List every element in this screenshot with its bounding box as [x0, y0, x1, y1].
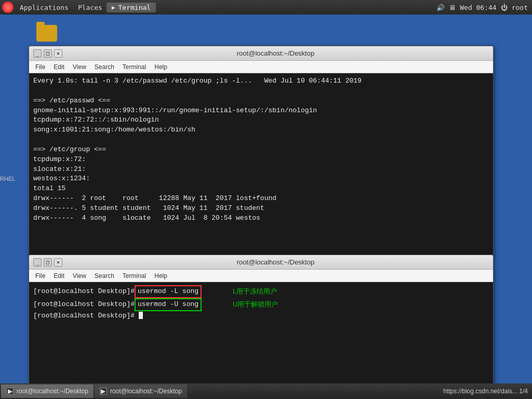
- taskbar-item-2[interactable]: ▶ root@localhost:~/Desktop: [95, 384, 187, 398]
- term-line-8: tcpdump:x:72:: [33, 155, 489, 165]
- taskbar-bottom: ▶ root@localhost:~/Desktop ▶ root@localh…: [0, 383, 532, 399]
- term-line-3: gnome-initial-setup:x:993:991::/run/gnom…: [33, 106, 489, 116]
- close-btn-2[interactable]: ✕: [54, 258, 62, 267]
- cursor: [139, 312, 143, 319]
- term2-line-1: [root@localhost Desktop]# usermod -L son…: [33, 285, 489, 298]
- menu-view-1[interactable]: View: [70, 62, 89, 72]
- desktop: RHEL _ □ ✕ root@localhost:~/Desktop File…: [0, 15, 532, 383]
- minimize-btn-2[interactable]: _: [33, 258, 42, 267]
- maximize-btn-2[interactable]: □: [44, 258, 52, 267]
- close-btn-1[interactable]: ✕: [54, 49, 62, 58]
- menu-edit-2[interactable]: Edit: [50, 271, 68, 281]
- app-icon: [2, 2, 14, 13]
- term-mini-icon-1: ▶: [6, 388, 14, 395]
- terminal-content-2: [root@localhost Desktop]# usermod -L son…: [29, 282, 493, 392]
- menu-search-2[interactable]: Search: [91, 271, 117, 281]
- folder-icon: [36, 25, 57, 42]
- menu-applications[interactable]: Applications: [16, 3, 73, 12]
- volume-icon[interactable]: 🔊: [436, 4, 445, 11]
- term-line-0: Every 1.0s: tail -n 3 /etc/passwd /etc/g…: [33, 76, 489, 86]
- taskbar-right: 🔊 🖥 Wed 06:44 ⏻ root: [436, 4, 532, 11]
- menu-edit-1[interactable]: Edit: [50, 62, 68, 72]
- terminal-window-2: _ □ ✕ root@localhost:~/Desktop File Edit…: [29, 255, 494, 392]
- menu-places[interactable]: Places: [74, 3, 107, 12]
- rhel-label: RHEL: [0, 176, 15, 182]
- term2-prompt-1: [root@localhost Desktop]#: [33, 287, 135, 297]
- term2-prompt-2: [root@localhost Desktop]#: [33, 300, 135, 310]
- menu-file-1[interactable]: File: [32, 62, 48, 72]
- annotation-line1: L用于冻结用户: [233, 287, 277, 297]
- terminal-window-1: _ □ ✕ root@localhost:~/Desktop File Edit…: [29, 46, 494, 256]
- titlebar-1: _ □ ✕ root@localhost:~/Desktop: [29, 46, 493, 61]
- term-line-1: [33, 86, 489, 96]
- term-line-11: total 15: [33, 184, 489, 194]
- terminal-tab[interactable]: Terminal: [107, 3, 156, 12]
- window-controls-2: _ □ ✕: [33, 258, 62, 267]
- taskbar-label-2: root@localhost:~/Desktop: [110, 388, 182, 395]
- user-label: root: [512, 4, 528, 11]
- term-line-4: tcpdump:x:72:72::/:sbin/nologin: [33, 115, 489, 125]
- menu-terminal-1[interactable]: Terminal: [119, 62, 149, 72]
- taskbar-top: Applications Places Terminal 🔊 🖥 Wed 06:…: [0, 0, 532, 15]
- maximize-btn-1[interactable]: □: [44, 49, 52, 58]
- menu-file-2[interactable]: File: [32, 271, 48, 281]
- taskbar-bottom-right: https://blog.csdn.net/dais... 1/4: [443, 388, 532, 395]
- term2-line-3: [root@localhost Desktop]#: [33, 311, 489, 321]
- menu-terminal-2[interactable]: Terminal: [119, 271, 149, 281]
- menu-help-2[interactable]: Help: [151, 271, 170, 281]
- window-controls-1: _ □ ✕: [33, 49, 62, 58]
- term-line-10: westos:x:1234:: [33, 174, 489, 184]
- term-line-14: drwx------ 4 song slocate 1024 Jul 8 20:…: [33, 214, 489, 223]
- term-line-5: song:x:1001:21:song:/home/westos:/bin/sh: [33, 125, 489, 135]
- term2-cmd-2: usermod -U song: [135, 298, 202, 311]
- menubar-2: File Edit View Search Terminal Help: [29, 270, 493, 282]
- top-menu: Applications Places: [16, 3, 107, 12]
- term-line-12: drwx------ 2 root root 12288 May 11 2017…: [33, 194, 489, 204]
- terminal-content-1: Every 1.0s: tail -n 3 /etc/passwd /etc/g…: [29, 73, 493, 256]
- term-line-9: slocate:x:21:: [33, 165, 489, 175]
- window-title-1: root@localhost:~/Desktop: [62, 49, 489, 57]
- term-line-13: drwx------. 5 student student 1024 May 1…: [33, 204, 489, 214]
- term2-line-2: [root@localhost Desktop]# usermod -U son…: [33, 298, 489, 311]
- menu-view-2[interactable]: View: [70, 271, 89, 281]
- term-line-7: ==> /etc/group <==: [33, 145, 489, 155]
- power-icon[interactable]: ⏻: [501, 4, 508, 11]
- term2-cmd-1: usermod -L song: [135, 285, 202, 298]
- minimize-btn-1[interactable]: _: [33, 49, 42, 58]
- menu-search-1[interactable]: Search: [91, 62, 117, 72]
- term2-prompt-3: [root@localhost Desktop]#: [33, 312, 139, 320]
- datetime: Wed 06:44: [460, 4, 496, 11]
- menu-help-1[interactable]: Help: [151, 62, 170, 72]
- term-line-2: ==> /etc/passwd <==: [33, 96, 489, 106]
- taskbar-label-1: root@localhost:~/Desktop: [17, 388, 88, 395]
- term-mini-icon-2: ▶: [100, 388, 107, 395]
- menubar-1: File Edit View Search Terminal Help: [29, 61, 493, 73]
- term-line-6: [33, 135, 489, 145]
- titlebar-2: _ □ ✕ root@localhost:~/Desktop: [29, 255, 493, 270]
- window-title-2: root@localhost:~/Desktop: [62, 258, 489, 266]
- display-icon[interactable]: 🖥: [449, 4, 456, 11]
- taskbar-item-1[interactable]: ▶ root@localhost:~/Desktop: [1, 384, 94, 398]
- annotation-line2: U用于解锁用户: [233, 300, 278, 310]
